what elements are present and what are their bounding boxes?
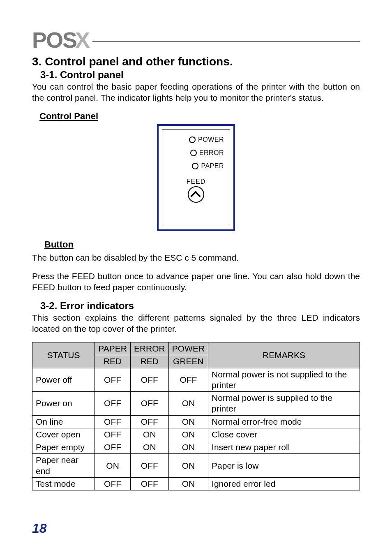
cell-error: ON (130, 428, 168, 441)
cell-paper: OFF (95, 477, 131, 490)
button-text-1: The button can be disabled by the ESC c … (32, 252, 360, 264)
power-led-label: POWER (198, 136, 224, 143)
cell-remarks: Normal error-free mode (208, 415, 360, 428)
cell-remarks: Insert new paper roll (208, 441, 360, 454)
cell-power: ON (168, 415, 208, 428)
cell-paper: OFF (95, 428, 131, 441)
section-title: 3. Control panel and other functions. (32, 55, 360, 68)
intro-3-2-text: This section explains the different patt… (32, 312, 360, 335)
table-row: Cover openOFFONONClose cover (32, 428, 360, 441)
cell-status: Power on (32, 392, 95, 416)
control-panel-diagram: POWER ERROR PAPER FEED (157, 124, 235, 231)
table-row: Power onOFFOFFONNormal power is supplied… (32, 392, 360, 416)
cell-status: Test mode (32, 477, 95, 490)
logo-text: POSX (32, 27, 89, 53)
table-row: Paper emptyOFFONONInsert new paper roll (32, 441, 360, 454)
cell-paper: ON (95, 454, 131, 478)
cell-remarks: Normal power is supplied to the printer (208, 392, 360, 416)
brand-logo: POSX (32, 27, 360, 53)
cell-remarks: Normal power is not supplied to the prin… (208, 368, 360, 392)
cell-power: OFF (168, 368, 208, 392)
cell-power: ON (168, 428, 208, 441)
error-led-row: ERROR (190, 149, 224, 157)
subsection-3-2-title: 3-2. Error indicators (40, 300, 360, 312)
col-error-header: ERROR (130, 342, 168, 355)
status-table: STATUS PAPER ERROR POWER REMARKS RED RED… (32, 342, 360, 490)
power-led-icon (189, 136, 196, 143)
button-heading: Button (44, 239, 360, 250)
cell-remarks: Ignored error led (208, 477, 360, 490)
error-led-icon (190, 150, 197, 156)
cell-power: ON (168, 454, 208, 478)
cell-error: OFF (130, 368, 168, 392)
table-row: Paper near endONOFFONPaper is low (32, 454, 360, 478)
cell-status: Paper near end (32, 454, 95, 478)
paper-led-label: PAPER (201, 162, 224, 170)
feed-button-icon (188, 186, 204, 203)
cell-remarks: Paper is low (208, 454, 360, 478)
cell-error: OFF (130, 415, 168, 428)
cell-error: ON (130, 441, 168, 454)
error-led-label: ERROR (199, 149, 224, 157)
cell-status: On line (32, 415, 95, 428)
col-paper-color: RED (95, 355, 131, 368)
feed-label: FEED (187, 178, 206, 185)
cell-error: OFF (130, 454, 168, 478)
cell-remarks: Close cover (208, 428, 360, 441)
col-error-color: RED (130, 355, 168, 368)
paper-led-icon (192, 163, 198, 169)
cell-paper: OFF (95, 415, 131, 428)
power-led-row: POWER (189, 136, 224, 143)
page-number: 18 (32, 521, 47, 536)
cell-status: Cover open (32, 428, 95, 441)
cell-paper: OFF (95, 368, 131, 392)
paper-led-row: PAPER (192, 162, 224, 170)
control-panel-heading: Control Panel (39, 111, 360, 122)
logo-left: POS (32, 27, 76, 53)
cell-power: ON (168, 441, 208, 454)
button-text-2: Press the FEED button once to advance pa… (32, 271, 360, 293)
col-power-header: POWER (168, 342, 208, 355)
cell-status: Paper empty (32, 441, 95, 454)
cell-status: Power off (32, 368, 95, 392)
col-remarks-header: REMARKS (208, 342, 360, 368)
feed-button-block: FEED (187, 178, 206, 203)
cell-paper: OFF (95, 441, 131, 454)
table-row: On lineOFFOFFONNormal error-free mode (32, 415, 360, 428)
cell-power: ON (168, 477, 208, 490)
table-row: Power offOFFOFFOFFNormal power is not su… (32, 368, 360, 392)
cell-power: ON (168, 392, 208, 416)
cell-paper: OFF (95, 392, 131, 416)
col-power-color: GREEN (168, 355, 208, 368)
col-status-header: STATUS (32, 342, 95, 368)
subsection-3-1-title: 3-1. Control panel (40, 69, 360, 81)
cell-error: OFF (130, 477, 168, 490)
divider-line (92, 41, 360, 42)
intro-3-1-text: You can control the basic paper feeding … (32, 81, 360, 104)
col-paper-header: PAPER (95, 342, 131, 355)
table-row: Test modeOFFOFFONIgnored error led (32, 477, 360, 490)
logo-right: X (75, 27, 89, 53)
cell-error: OFF (130, 392, 168, 416)
